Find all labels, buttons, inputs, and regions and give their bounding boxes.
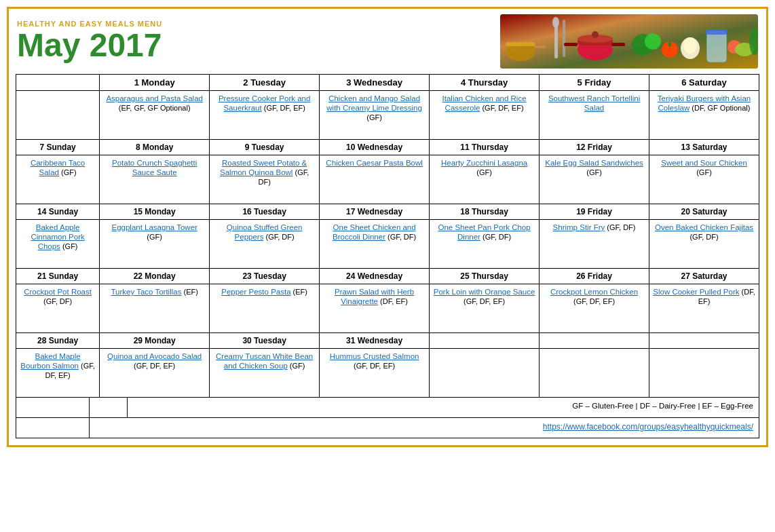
meal-tags-w1c0: (GF) bbox=[59, 168, 77, 176]
meal-link-w3c5[interactable]: Crockpot Lemon Chicken bbox=[550, 288, 638, 296]
footer-row-empty: GF – Gluten-Free | DF – Dairy-Free | EF … bbox=[16, 398, 759, 418]
svg-rect-3 bbox=[534, 45, 546, 48]
meal-link-w2c1[interactable]: Eggplant Lasagna Tower bbox=[111, 223, 197, 231]
meal-link-w4c1[interactable]: Quinoa and Avocado Salad bbox=[107, 352, 202, 360]
meal-cell-w1c1: Potato Crunch Spaghetti Sauce Saute bbox=[100, 155, 210, 204]
meal-link-w3c2[interactable]: Pepper Pesto Pasta bbox=[221, 288, 290, 296]
meal-cell-w1c0: Caribbean Taco Salad (GF) bbox=[16, 155, 100, 204]
svg-rect-16 bbox=[668, 41, 671, 47]
meal-cell-w3c0: Crockpot Pot Roast (GF, DF) bbox=[16, 284, 100, 333]
meal-cell-w0c4: Italian Chicken and Rice Casserole (GF, … bbox=[430, 91, 540, 140]
svg-point-14 bbox=[645, 33, 661, 50]
day-header-cell-2-1: 15 Monday bbox=[100, 204, 210, 220]
meal-link-w3c0[interactable]: Crockpot Pot Roast bbox=[24, 288, 92, 296]
meal-link-w0c1[interactable]: Asparagus and Pasta Salad bbox=[106, 94, 203, 102]
meal-link-w3c1[interactable]: Turkey Taco Tortillas bbox=[111, 288, 181, 296]
meal-tags-w3c1: (EF) bbox=[181, 288, 197, 296]
meal-tags-w2c2: (GF, DF) bbox=[263, 233, 294, 241]
day-header-cell-1-1: 8 Monday bbox=[100, 140, 210, 155]
day-header-cell-2-6: 20 Saturday bbox=[649, 204, 759, 220]
header-section: Healthy and Easy Meals Menu May 2017 bbox=[9, 9, 766, 74]
meal-cell-w4c2: Creamy Tuscan White Bean and Chicken Sou… bbox=[210, 349, 320, 398]
meal-cell-w3c3: Prawn Salad with Herb Vinaigrette (DF, E… bbox=[320, 284, 430, 333]
meal-link-w1c3[interactable]: Chicken Caesar Pasta Bowl bbox=[326, 159, 423, 167]
meal-tags-w2c5: (GF, DF) bbox=[605, 223, 635, 231]
day-header-cell-2-2: 16 Tuesday bbox=[210, 204, 320, 220]
col-header-saturday: 6 Saturday bbox=[649, 75, 759, 91]
day-header-cell-2-3: 17 Wednesday bbox=[320, 204, 430, 220]
meal-cell-w4c5 bbox=[540, 349, 649, 398]
meal-cell-w1c2: Roasted Sweet Potato & Salmon Quinoa Bow… bbox=[210, 155, 320, 204]
kitchen-illustration bbox=[500, 14, 758, 69]
meal-cell-w1c4: Hearty Zucchini Lasagna (GF) bbox=[430, 155, 540, 204]
meal-cell-w2c1: Eggplant Lasagna Tower (GF) bbox=[100, 220, 210, 269]
col-header-friday: 5 Friday bbox=[540, 75, 649, 91]
meal-link-w2c6[interactable]: Oven Baked Chicken Fajitas bbox=[655, 223, 753, 231]
day-header-cell-1-2: 9 Tuesday bbox=[210, 140, 320, 155]
meal-tags-w3c3: (DF, EF) bbox=[378, 297, 408, 305]
footer-legend: GF – Gluten-Free | DF – Dairy-Free | EF … bbox=[127, 398, 759, 418]
meal-tags-w0c1: (EF, GF, GF Optional) bbox=[119, 104, 191, 112]
meal-link-w4c0[interactable]: Baked Maple Bourbon Salmon bbox=[20, 352, 80, 370]
meal-tags-w0c3: (GF) bbox=[366, 113, 382, 121]
svg-rect-2 bbox=[506, 42, 535, 46]
meal-link-w1c0[interactable]: Caribbean Taco Salad bbox=[31, 159, 85, 176]
facebook-link[interactable]: https://www.facebook.com/groups/easyheal… bbox=[543, 422, 753, 432]
meal-link-w1c1[interactable]: Potato Crunch Spaghetti Sauce Saute bbox=[112, 159, 197, 176]
svg-rect-9 bbox=[611, 43, 625, 46]
meal-cell-w3c4: Pork Loin with Orange Sauce (GF, DF, EF) bbox=[430, 284, 540, 333]
day-header-cell-4-0: 28 Sunday bbox=[16, 333, 100, 349]
footer-empty-1 bbox=[16, 398, 90, 418]
meal-tags-w1c5: (GF) bbox=[586, 168, 602, 176]
meal-cell-w2c6: Oven Baked Chicken Fajitas (GF, DF) bbox=[649, 220, 759, 269]
meal-link-w1c6[interactable]: Sweet and Sour Chicken bbox=[661, 159, 747, 167]
day-header-cell-3-3: 24 Wednesday bbox=[320, 269, 430, 284]
meal-cell-w0c5: Southwest Ranch Tortellini Salad bbox=[540, 91, 649, 140]
meal-tags-w2c6: (GF, DF) bbox=[689, 233, 718, 241]
meal-cell-w1c6: Sweet and Sour Chicken (GF) bbox=[649, 155, 759, 204]
empty-header bbox=[16, 75, 100, 91]
meal-link-w4c3[interactable]: Hummus Crusted Salmon bbox=[330, 352, 419, 360]
day-header-cell-2-5: 19 Friday bbox=[540, 204, 649, 220]
svg-rect-19 bbox=[707, 31, 726, 62]
day-header-cell-4-5 bbox=[540, 333, 649, 349]
meal-link-w0c5[interactable]: Southwest Ranch Tortellini Salad bbox=[548, 94, 640, 112]
meal-link-w1c5[interactable]: Kale Egg Salad Sandwiches bbox=[545, 159, 643, 167]
meal-cell-w0c1: Asparagus and Pasta Salad (EF, GF, GF Op… bbox=[100, 91, 210, 140]
page-container: Healthy and Easy Meals Menu May 2017 bbox=[7, 7, 768, 447]
meal-tags-w3c4: (GF, DF, EF) bbox=[464, 297, 505, 305]
meal-link-w2c5[interactable]: Shrimp Stir Fry bbox=[553, 223, 605, 231]
page-title: May 2017 bbox=[17, 28, 500, 64]
meal-tags-w3c5: (GF, DF, EF) bbox=[573, 297, 615, 305]
svg-rect-20 bbox=[706, 29, 727, 35]
svg-rect-10 bbox=[564, 43, 578, 46]
meal-link-w0c3[interactable]: Chicken and Mango Salad with Creamy Lime… bbox=[326, 94, 422, 112]
calendar-wrapper: 1 Monday 2 Tuesday 3 Wednesday 4 Thursda… bbox=[9, 74, 766, 445]
footer-empty-3 bbox=[16, 418, 90, 438]
meal-link-w1c4[interactable]: Hearty Zucchini Lasagna bbox=[441, 159, 527, 167]
meal-cell-w2c4: One Sheet Pan Pork Chop Dinner (GF, DF) bbox=[430, 220, 540, 269]
day-header-cell-4-2: 30 Tuesday bbox=[210, 333, 320, 349]
meal-tags-w1c6: (GF) bbox=[696, 168, 712, 176]
meal-cell-w4c6 bbox=[649, 349, 759, 398]
header-image bbox=[500, 14, 758, 69]
meal-cell-w4c3: Hummus Crusted Salmon (GF, DF, EF) bbox=[320, 349, 430, 398]
day-header-cell-2-0: 14 Sunday bbox=[16, 204, 100, 220]
meal-link-w3c6[interactable]: Slow Cooker Pulled Pork bbox=[653, 288, 739, 296]
meal-tags-w0c4: (GF, DF, EF) bbox=[480, 104, 523, 112]
day-header-cell-3-5: 26 Friday bbox=[540, 269, 649, 284]
day-header-row-3: 21 Sunday22 Monday23 Tuesday24 Wednesday… bbox=[16, 269, 759, 284]
day-header-cell-3-0: 21 Sunday bbox=[16, 269, 100, 284]
meal-cell-w4c0: Baked Maple Bourbon Salmon (GF, DF, EF) bbox=[16, 349, 100, 398]
column-header-row: 1 Monday 2 Tuesday 3 Wednesday 4 Thursda… bbox=[16, 75, 759, 91]
meal-cell-w4c1: Quinoa and Avocado Salad (GF, DF, EF) bbox=[100, 349, 210, 398]
footer-row-link: https://www.facebook.com/groups/easyheal… bbox=[16, 418, 759, 438]
svg-rect-6 bbox=[563, 20, 565, 57]
meal-row-4: Baked Maple Bourbon Salmon (GF, DF, EF)Q… bbox=[16, 349, 759, 398]
day-header-cell-4-4 bbox=[430, 333, 540, 349]
meal-link-w3c4[interactable]: Pork Loin with Orange Sauce bbox=[434, 288, 535, 296]
meal-tags-w3c2: (EF) bbox=[291, 288, 307, 296]
meal-cell-w3c6: Slow Cooker Pulled Pork (DF, EF) bbox=[649, 284, 759, 333]
meal-tags-w0c6: (DF, GF Optional) bbox=[689, 104, 750, 112]
meal-cell-w0c6: Teriyaki Burgers with Asian Coleslaw (DF… bbox=[649, 91, 759, 140]
